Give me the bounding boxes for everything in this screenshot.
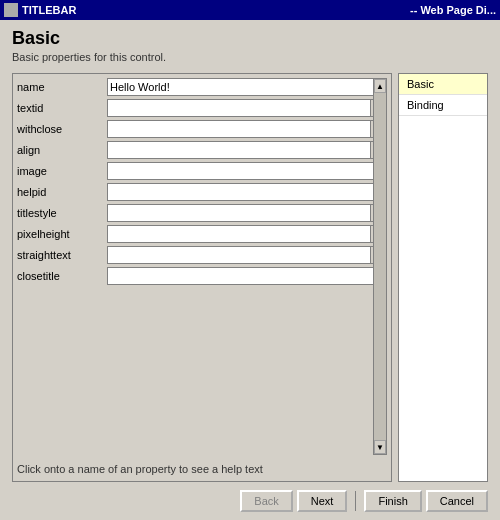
prop-input-straighttext[interactable] [107, 246, 371, 264]
prop-input-withclose[interactable] [107, 120, 371, 138]
prop-input-name[interactable] [107, 78, 387, 96]
property-row-straighttext: straighttext▼ [17, 246, 387, 264]
help-text: Click onto a name of an property to see … [17, 461, 387, 477]
prop-label-withclose: withclose [17, 123, 107, 135]
prop-input-pixelheight[interactable] [107, 225, 371, 243]
prop-input-container-image [107, 162, 387, 180]
scroll-up-button[interactable]: ▲ [374, 79, 386, 93]
tab-list: BasicBinding [398, 73, 488, 482]
prop-input-container-helpid [107, 183, 387, 201]
prop-label-align: align [17, 144, 107, 156]
scroll-track [374, 93, 386, 440]
property-row-titlestyle: titlestyle▼ [17, 204, 387, 222]
prop-label-textid: textid [17, 102, 107, 114]
scroll-down-button[interactable]: ▼ [374, 440, 386, 454]
prop-input-container-name [107, 78, 387, 96]
prop-label-image: image [17, 165, 107, 177]
scroll-container: nametextid▼withclose▼align▼imagehelpidti… [17, 78, 387, 455]
prop-input-container-pixelheight: ▼ [107, 225, 387, 243]
property-row-pixelheight: pixelheight▼ [17, 225, 387, 243]
page-title: Basic [12, 28, 488, 49]
titlebar-left: TITLEBAR [4, 3, 76, 17]
page-subtitle: Basic properties for this control. [12, 51, 488, 63]
tab-binding[interactable]: Binding [399, 95, 487, 116]
titlebar-right-text: -- Web Page Di... [410, 4, 496, 16]
property-row-align: align▼ [17, 141, 387, 159]
cancel-button[interactable]: Cancel [426, 490, 488, 512]
property-row-closetitle: closetitle [17, 267, 387, 285]
prop-input-container-closetitle [107, 267, 387, 285]
prop-label-straighttext: straighttext [17, 249, 107, 261]
titlebar: TITLEBAR -- Web Page Di... [0, 0, 500, 20]
prop-input-container-textid: ▼ [107, 99, 387, 117]
property-row-helpid: helpid [17, 183, 387, 201]
prop-input-helpid[interactable] [107, 183, 387, 201]
prop-label-titlestyle: titlestyle [17, 207, 107, 219]
button-row: Back Next Finish Cancel [12, 482, 488, 512]
titlebar-app-icon [4, 3, 18, 17]
prop-input-container-align: ▼ [107, 141, 387, 159]
prop-input-textid[interactable] [107, 99, 371, 117]
prop-input-container-straighttext: ▼ [107, 246, 387, 264]
finish-button[interactable]: Finish [364, 490, 421, 512]
prop-input-closetitle[interactable] [107, 267, 387, 285]
prop-input-container-titlestyle: ▼ [107, 204, 387, 222]
prop-input-container-withclose: ▼ [107, 120, 387, 138]
property-row-name: name [17, 78, 387, 96]
property-row-withclose: withclose▼ [17, 120, 387, 138]
prop-label-closetitle: closetitle [17, 270, 107, 282]
left-panel: nametextid▼withclose▼align▼imagehelpidti… [12, 73, 392, 482]
button-separator [355, 491, 356, 511]
prop-input-titlestyle[interactable] [107, 204, 371, 222]
main-content: nametextid▼withclose▼align▼imagehelpidti… [12, 73, 488, 482]
titlebar-title: TITLEBAR [22, 4, 76, 16]
tab-basic[interactable]: Basic [399, 74, 487, 95]
dialog: Basic Basic properties for this control.… [0, 20, 500, 520]
property-row-image: image [17, 162, 387, 180]
next-button[interactable]: Next [297, 490, 348, 512]
back-button[interactable]: Back [240, 490, 292, 512]
scrollbar[interactable]: ▲ ▼ [373, 78, 387, 455]
prop-input-image[interactable] [107, 162, 387, 180]
properties-table: nametextid▼withclose▼align▼imagehelpidti… [17, 78, 387, 285]
right-panel: BasicBinding [398, 73, 488, 482]
prop-label-name: name [17, 81, 107, 93]
prop-label-pixelheight: pixelheight [17, 228, 107, 240]
property-row-textid: textid▼ [17, 99, 387, 117]
prop-label-helpid: helpid [17, 186, 107, 198]
prop-input-align[interactable] [107, 141, 371, 159]
